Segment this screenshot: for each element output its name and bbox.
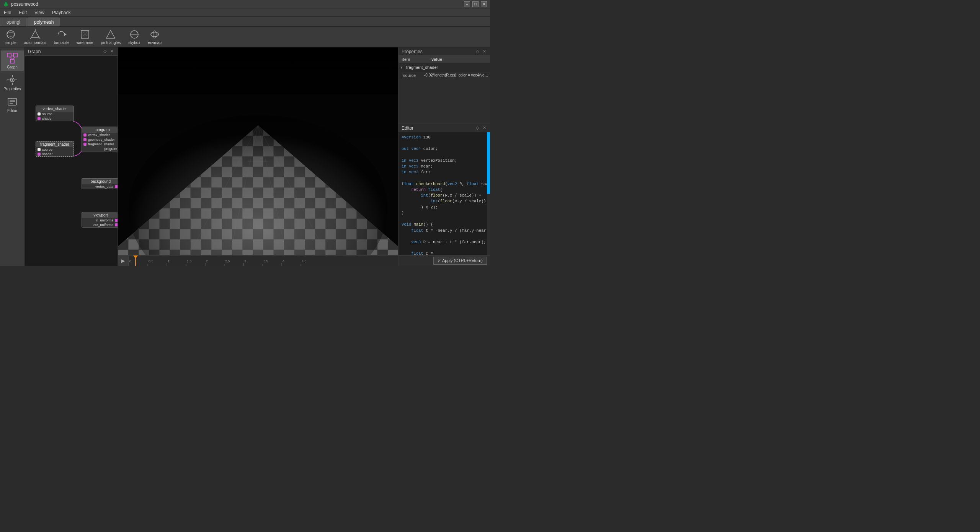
sidebar-tool-graph[interactable]: Graph — [1, 50, 24, 71]
toolbar: simple auto normals turntable wireframe … — [0, 27, 490, 47]
svg-marker-2 — [31, 31, 39, 37]
port-label-prog-vertex: vertex_shader — [88, 133, 110, 137]
node-program-title: program — [82, 127, 118, 133]
prop-expand-fragment[interactable]: ▾ — [399, 65, 405, 70]
port-frag-source: source — [36, 147, 74, 152]
toolbar-skybox-label: skybox — [128, 41, 140, 45]
svg-rect-17 — [10, 59, 14, 63]
toolbar-turntable[interactable]: turntable — [52, 28, 71, 46]
checkerboard-render — [118, 47, 398, 255]
prop-header-item: item — [399, 56, 429, 63]
toolbar-autonormals[interactable]: auto normals — [22, 28, 49, 46]
graph-panel-close[interactable]: ✕ — [109, 49, 114, 54]
node-viewport[interactable]: viewport in_uniforms out_uniforms — [82, 212, 118, 228]
toolbar-wireframe[interactable]: wireframe — [74, 28, 96, 46]
port-dot-vp-outuniforms — [115, 223, 118, 226]
timeline-play-button[interactable]: ▶ — [118, 255, 129, 266]
close-button[interactable]: ✕ — [481, 1, 487, 7]
properties-pin[interactable]: ◇ — [475, 49, 480, 54]
turntable-icon — [56, 29, 67, 40]
port-dot-frag-source — [38, 148, 41, 151]
port-prog-fragment: fragment_shader — [82, 142, 118, 146]
port-dot-prog-geometry — [83, 138, 87, 141]
toolbar-turntable-label: turntable — [54, 41, 69, 45]
node-program[interactable]: program vertex_shader geometry_shader fr… — [82, 127, 118, 151]
sidebar-tool-properties[interactable]: Properties — [1, 72, 24, 93]
editor-scrollbar[interactable] — [487, 132, 490, 255]
app-title: possumwood — [11, 2, 38, 7]
toolbar-envmap[interactable]: envmap — [145, 28, 164, 46]
prop-group-fragment-label: fragment_shader — [405, 64, 439, 71]
sidebar-graph-label: Graph — [7, 65, 18, 69]
wireframe-icon — [80, 29, 90, 40]
maximize-button[interactable]: □ — [472, 1, 479, 7]
svg-text:4.5: 4.5 — [302, 259, 307, 263]
menu-view[interactable]: View — [31, 9, 48, 16]
menu-playback[interactable]: Playback — [48, 9, 75, 16]
port-label-vp-inuniforms: in_uniforms — [95, 218, 113, 222]
port-label-prog-out: program — [104, 147, 117, 151]
svg-point-14 — [153, 31, 156, 38]
timeline-ruler[interactable]: 0 0.5 1 1.5 2 2.5 3 3.5 4 4.5 — [129, 255, 398, 266]
toolbar-skybox[interactable]: skybox — [126, 28, 142, 46]
right-panels: Properties ◇ ✕ item value ▾ fragment_sha… — [398, 47, 490, 266]
menu-edit[interactable]: Edit — [15, 9, 31, 16]
node-fragment-shader[interactable]: fragment_shader source shader — [36, 141, 74, 157]
port-label-vertex-source: source — [42, 112, 52, 116]
prop-header-value: value — [429, 56, 490, 63]
toolbar-envmap-label: envmap — [148, 41, 162, 45]
port-dot-prog-vertex — [83, 133, 87, 137]
port-label-vertex-shader: shader — [42, 117, 53, 120]
svg-text:2.5: 2.5 — [225, 259, 230, 263]
node-vertex-shader-title: vertex_shader — [36, 106, 74, 112]
checkerboard-svg — [118, 47, 398, 255]
minimize-button[interactable]: – — [464, 1, 470, 7]
port-prog-out: program — [82, 146, 118, 151]
svg-marker-6 — [64, 33, 67, 36]
svg-text:0: 0 — [129, 259, 131, 263]
timeline-svg: 0 0.5 1 1.5 2 2.5 3 3.5 4 4.5 — [129, 255, 398, 266]
toolbar-pntriangles-label: pn triangles — [101, 41, 121, 45]
toolbar-simple[interactable]: simple — [3, 28, 19, 46]
tab-polymesh[interactable]: polymesh — [28, 18, 60, 26]
port-frag-shader: shader — [36, 152, 74, 156]
toolbar-pntriangles[interactable]: pn triangles — [99, 28, 123, 46]
node-viewport-title: viewport — [82, 212, 118, 218]
left-sidebar: Graph Properties — [0, 47, 25, 266]
editor-scrollbar-thumb[interactable] — [487, 132, 490, 194]
svg-point-13 — [151, 32, 158, 37]
sidebar-tool-editor[interactable]: Editor — [1, 94, 24, 114]
graph-panel-header: Graph ◇ ✕ — [25, 47, 118, 56]
port-label-prog-fragment: fragment_shader — [88, 142, 114, 146]
graph-canvas[interactable]: vertex_shader source shader fragment_sha… — [25, 56, 118, 266]
prop-source-value[interactable]: -0.02*length(R.xz)); color = vec4(vec3(c… — [423, 72, 490, 79]
svg-rect-39 — [118, 47, 398, 94]
svg-point-22 — [11, 79, 13, 81]
timeline: ▶ 0 0.5 1 1.5 2 2.5 3 3.5 4 4.5 — [118, 255, 398, 266]
graph-tool-icon — [6, 52, 18, 64]
autonormals-icon — [30, 29, 41, 40]
editor-close[interactable]: ✕ — [482, 125, 487, 131]
viewport-panel[interactable]: ▶ 0 0.5 1 1.5 2 2.5 3 3.5 4 4.5 — [118, 47, 398, 266]
prop-group-fragment-shader[interactable]: ▾ fragment_shader — [399, 63, 490, 72]
connections-svg — [25, 56, 118, 266]
editor-header: Editor ◇ ✕ — [399, 124, 490, 132]
properties-tool-icon — [6, 74, 18, 86]
node-vertex-shader[interactable]: vertex_shader source shader — [36, 106, 74, 121]
node-background-title: background — [82, 179, 118, 184]
menu-file[interactable]: File — [0, 9, 15, 16]
tab-opengl[interactable]: opengl — [0, 18, 27, 26]
viewport-canvas[interactable] — [118, 47, 398, 255]
properties-close[interactable]: ✕ — [482, 49, 487, 54]
node-background[interactable]: background vertex_data — [82, 178, 118, 189]
graph-panel-title: Graph — [28, 49, 41, 54]
svg-text:1.5: 1.5 — [187, 259, 192, 263]
editor-textarea[interactable]: #version 130 out vec4 color; in vec3 ver… — [399, 132, 487, 255]
port-vp-inuniforms: in_uniforms — [82, 218, 118, 223]
apply-button[interactable]: ✓ Apply (CTRL+Return) — [433, 257, 487, 265]
editor-footer: ✓ Apply (CTRL+Return) — [399, 255, 490, 266]
graph-panel-pin[interactable]: ◇ — [102, 49, 108, 54]
editor-pin[interactable]: ◇ — [475, 125, 480, 131]
port-label-bg-vertexdata: vertex_data — [95, 185, 113, 189]
toolbar-simple-label: simple — [5, 41, 16, 45]
